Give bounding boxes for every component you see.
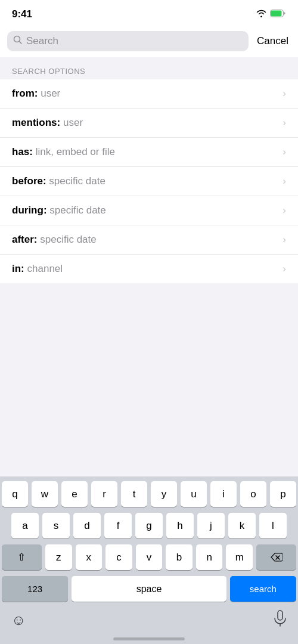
status-time: 9:41 (12, 8, 32, 20)
key-o[interactable]: o (240, 481, 266, 507)
chevron-icon: › (283, 146, 286, 158)
option-before[interactable]: before: specific date › (0, 167, 298, 196)
option-from[interactable]: from: user › (0, 79, 298, 109)
option-in[interactable]: in: channel › (0, 255, 298, 283)
options-list: from: user › mentions: user › has: link,… (0, 79, 298, 283)
chevron-icon: › (283, 234, 286, 246)
search-options-header: SEARCH OPTIONS (0, 57, 298, 79)
option-has-label: has: link, embed or file (12, 146, 115, 158)
option-in-label: in: channel (12, 263, 63, 275)
delete-key[interactable] (256, 544, 296, 570)
key-h[interactable]: h (166, 513, 194, 538)
key-y[interactable]: y (151, 481, 177, 507)
chevron-icon: › (283, 263, 286, 275)
key-g[interactable]: g (135, 513, 163, 538)
svg-line-3 (20, 42, 22, 44)
key-k[interactable]: k (228, 513, 256, 538)
key-a[interactable]: a (11, 513, 39, 538)
home-bar (113, 637, 185, 640)
mic-icon[interactable] (274, 610, 287, 630)
option-has[interactable]: has: link, embed or file › (0, 138, 298, 167)
key-s[interactable]: s (42, 513, 70, 538)
option-before-label: before: specific date (12, 175, 105, 187)
svg-rect-1 (271, 11, 282, 17)
search-icon (13, 35, 23, 47)
battery-icon (270, 9, 286, 20)
search-bar-container: Cancel (0, 26, 298, 57)
key-l[interactable]: l (259, 513, 287, 538)
key-f[interactable]: f (104, 513, 132, 538)
chevron-icon: › (283, 175, 286, 187)
keyboard: q w e r t y u i o p a s d f g h j k l ⇧ … (0, 476, 298, 644)
chevron-icon: › (283, 117, 286, 129)
key-b[interactable]: b (166, 544, 193, 570)
key-v[interactable]: v (136, 544, 163, 570)
keyboard-row-1: q w e r t y u i o p (2, 481, 296, 507)
option-mentions[interactable]: mentions: user › (0, 109, 298, 138)
key-r[interactable]: r (91, 481, 117, 507)
key-x[interactable]: x (76, 544, 103, 570)
option-during-label: during: specific date (12, 205, 106, 216)
keyboard-row-bottom: 123 space search (2, 576, 296, 602)
chevron-icon: › (283, 88, 286, 100)
num-key[interactable]: 123 (2, 576, 68, 602)
key-m[interactable]: m (226, 544, 253, 570)
option-after[interactable]: after: specific date › (0, 225, 298, 255)
search-input-wrapper[interactable] (7, 31, 249, 51)
search-input[interactable] (26, 35, 243, 47)
svg-rect-6 (278, 611, 283, 620)
search-key[interactable]: search (230, 576, 296, 602)
option-during[interactable]: during: specific date › (0, 196, 298, 225)
status-icons (256, 9, 286, 20)
chevron-icon: › (283, 205, 286, 216)
option-from-label: from: user (12, 88, 60, 100)
key-w[interactable]: w (32, 481, 58, 507)
wifi-icon (256, 9, 266, 20)
key-c[interactable]: c (105, 544, 132, 570)
home-indicator (2, 634, 296, 642)
emoji-icon[interactable]: ☺ (11, 612, 26, 628)
space-key[interactable]: space (72, 576, 226, 602)
option-after-label: after: specific date (12, 234, 97, 246)
keyboard-accessory: ☺ (2, 608, 296, 633)
key-z[interactable]: z (45, 544, 72, 570)
key-i[interactable]: i (210, 481, 237, 507)
key-n[interactable]: n (196, 544, 223, 570)
key-q[interactable]: q (2, 481, 28, 507)
key-p[interactable]: p (270, 481, 296, 507)
key-e[interactable]: e (61, 481, 88, 507)
keyboard-row-2: a s d f g h j k l (2, 513, 296, 538)
keyboard-row-3: ⇧ z x c v b n m (2, 544, 296, 570)
option-mentions-label: mentions: user (12, 117, 83, 129)
status-bar: 9:41 (0, 0, 298, 26)
key-j[interactable]: j (197, 513, 225, 538)
key-u[interactable]: u (181, 481, 207, 507)
key-t[interactable]: t (121, 481, 147, 507)
shift-key[interactable]: ⇧ (2, 544, 42, 570)
cancel-button[interactable]: Cancel (254, 35, 291, 47)
key-d[interactable]: d (73, 513, 101, 538)
